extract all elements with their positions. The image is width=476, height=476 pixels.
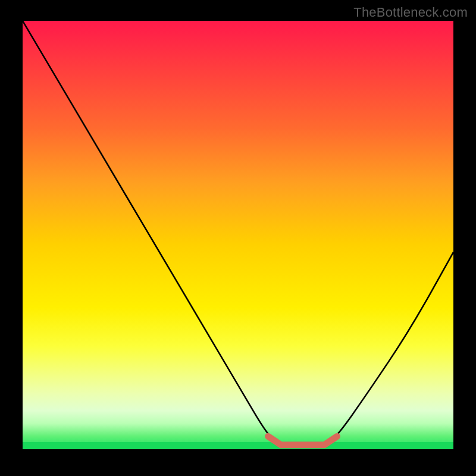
bottleneck-curve-line bbox=[23, 21, 453, 445]
watermark-text: TheBottleneck.com bbox=[353, 5, 468, 20]
bottleneck-optimal-marker bbox=[268, 436, 337, 444]
bottleneck-chart bbox=[23, 21, 453, 449]
